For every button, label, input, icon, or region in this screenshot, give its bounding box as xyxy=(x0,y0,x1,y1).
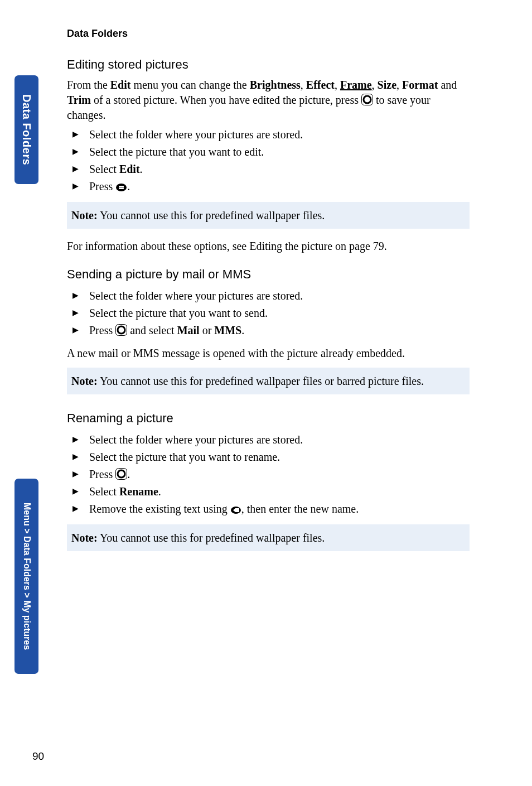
text-bold: Edit xyxy=(119,163,140,175)
text: , xyxy=(372,79,378,91)
text: Press xyxy=(89,468,115,480)
text: of a stored picture. When you have edite… xyxy=(91,94,361,106)
xref-paragraph: For information about these options, see… xyxy=(67,239,470,254)
steps-editing: Select the folder where your pictures ar… xyxy=(67,126,470,195)
heading-renaming: Renaming a picture xyxy=(67,411,470,426)
select-key-icon xyxy=(115,468,127,480)
list-item: Select the picture that you want to edit… xyxy=(79,143,470,161)
text: , xyxy=(335,79,340,91)
clear-key-icon xyxy=(230,506,241,514)
side-tab-primary-label: Data Folders xyxy=(20,94,33,165)
text: . xyxy=(140,163,143,175)
note-sending: Note: You cannot use this for predefined… xyxy=(67,368,470,394)
svg-point-6 xyxy=(118,326,125,334)
note-text: You cannot use this for predefined wallp… xyxy=(98,532,325,544)
text-bold: MMS xyxy=(214,324,241,336)
text: or xyxy=(200,324,215,336)
text: Select xyxy=(89,163,119,175)
text: Press xyxy=(89,180,115,192)
heading-editing: Editing stored pictures xyxy=(67,57,470,72)
note-text: You cannot use this for predefined wallp… xyxy=(98,209,325,221)
text: menu you can change the xyxy=(130,79,249,91)
text: . xyxy=(127,468,130,480)
note-editing: Note: You cannot use this for predefined… xyxy=(67,202,470,229)
list-item: Select the folder where your pictures ar… xyxy=(79,126,470,143)
side-tab-breadcrumb-label: Menu > Data Folders > My pictures xyxy=(22,503,32,650)
text: From the xyxy=(67,79,110,91)
text: . xyxy=(241,324,244,336)
note-renaming: Note: You cannot use this for predefined… xyxy=(67,524,470,551)
note-label: Note: xyxy=(71,209,98,221)
text-bold: Brightness xyxy=(250,79,301,91)
menu-key-icon xyxy=(115,183,127,192)
heading-sending: Sending a picture by mail or MMS xyxy=(67,267,470,282)
list-item: Remove the existing text using , then en… xyxy=(79,500,470,518)
steps-renaming: Select the folder where your pictures ar… xyxy=(67,431,470,518)
text: and xyxy=(438,79,457,91)
list-item: Select the picture that you want to rena… xyxy=(79,449,470,466)
text: . xyxy=(158,485,161,498)
text: Select the picture that you want to rena… xyxy=(89,451,280,463)
text-bold: Mail xyxy=(177,324,200,336)
list-item: Select the folder where your pictures ar… xyxy=(79,431,470,449)
text: , xyxy=(301,79,306,91)
list-item: Press and select Mail or MMS. xyxy=(79,322,470,339)
sending-after-paragraph: A new mail or MMS message is opened with… xyxy=(67,346,470,361)
svg-point-8 xyxy=(118,470,125,478)
list-item: Press . xyxy=(79,466,470,483)
text: , then enter the new name. xyxy=(241,503,359,515)
text: Select xyxy=(89,485,119,498)
intro-paragraph: From the Edit menu you can change the Br… xyxy=(67,78,470,123)
list-item: Select the picture that you want to send… xyxy=(79,305,470,322)
text: , xyxy=(396,79,402,91)
note-label: Note: xyxy=(71,375,98,387)
page: Data Folders Menu > Data Folders > My pi… xyxy=(0,0,532,786)
running-header: Data Folders xyxy=(67,28,470,40)
note-label: Note: xyxy=(71,532,98,544)
text-bold: Trim xyxy=(67,94,91,106)
text: Select the picture that you want to edit… xyxy=(89,146,264,158)
text: Select the picture that you want to send… xyxy=(89,307,268,319)
text-bold: Rename xyxy=(119,485,158,498)
text: Press xyxy=(89,324,115,336)
text-bold: Size xyxy=(378,79,396,91)
text: and select xyxy=(127,324,177,336)
note-text: You cannot use this for predefined wallp… xyxy=(98,375,424,387)
side-tab-primary: Data Folders xyxy=(14,75,38,184)
text: Select the folder where your pictures ar… xyxy=(89,433,303,446)
link-frame[interactable]: Frame xyxy=(340,79,372,91)
steps-sending: Select the folder where your pictures ar… xyxy=(67,287,470,339)
text: Select the folder where your pictures ar… xyxy=(89,128,303,141)
svg-point-1 xyxy=(364,96,371,103)
list-item: Select Edit. xyxy=(79,161,470,178)
text: Remove the existing text using xyxy=(89,503,230,515)
content-area: Data Folders Editing stored pictures Fro… xyxy=(67,28,470,558)
text-bold: Edit xyxy=(110,79,131,91)
list-item: Select Rename. xyxy=(79,483,470,500)
text-bold: Format xyxy=(402,79,438,91)
text: Select the folder where your pictures ar… xyxy=(89,290,303,302)
text: . xyxy=(127,180,130,192)
list-item: Press . xyxy=(79,178,470,195)
side-tab-breadcrumb: Menu > Data Folders > My pictures xyxy=(14,479,38,674)
text-bold: Effect xyxy=(306,79,335,91)
page-number: 90 xyxy=(32,750,44,763)
select-key-icon xyxy=(361,94,373,105)
select-key-icon xyxy=(115,324,127,336)
list-item: Select the folder where your pictures ar… xyxy=(79,287,470,305)
